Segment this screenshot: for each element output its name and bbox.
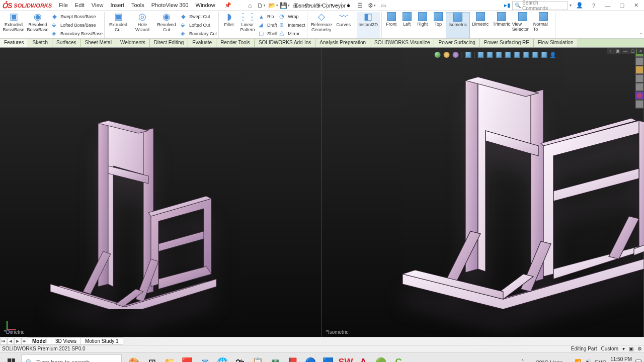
view-isometric-button[interactable]: Isometric bbox=[446, 12, 470, 38]
instant3d-button[interactable]: ◧Instant3D bbox=[357, 12, 380, 38]
vp-close-icon[interactable]: ✕ bbox=[637, 48, 644, 54]
menu-view[interactable]: View bbox=[89, 1, 107, 10]
status-tool1-icon[interactable]: ▣ bbox=[629, 346, 633, 351]
vp-restore-icon[interactable]: ▫ bbox=[607, 48, 614, 54]
mirror-button[interactable]: ⧋Mirror bbox=[279, 29, 305, 38]
vp-maximize-icon[interactable]: ▢ bbox=[629, 48, 636, 54]
taskpane-custom-props-icon[interactable] bbox=[635, 100, 643, 108]
lofted-cut-button[interactable]: ⬙Lofted Cut bbox=[181, 21, 217, 29]
tab-nav-first-icon[interactable]: ⏮ bbox=[0, 338, 7, 345]
view-normal-to-button[interactable]: Normal To bbox=[533, 12, 553, 38]
widgets-icon[interactable]: 🎨 bbox=[126, 354, 143, 363]
store-icon[interactable]: 🛍 bbox=[231, 354, 249, 363]
vp-cascade-icon[interactable]: ▣ bbox=[614, 48, 621, 54]
tab-power-surfacing[interactable]: Power Surfacing bbox=[434, 39, 479, 47]
view-triad-icon[interactable] bbox=[4, 318, 19, 333]
new-icon[interactable]: 🗋 bbox=[256, 1, 267, 10]
autocad-icon[interactable]: A bbox=[355, 354, 372, 363]
menu-photoview[interactable]: PhotoView 360 bbox=[148, 1, 192, 10]
display-icon[interactable]: ▭ bbox=[378, 1, 389, 10]
taskpane-design-library-icon[interactable] bbox=[635, 66, 643, 74]
weather-icon[interactable]: ☁ bbox=[527, 359, 533, 362]
extruded-cut-button[interactable]: ▣Extruded Cut bbox=[106, 12, 130, 38]
app-icon-3[interactable]: 📕 bbox=[284, 354, 301, 363]
view-selector-button[interactable]: View Selector bbox=[512, 12, 533, 38]
camtasia-icon[interactable]: C bbox=[390, 354, 407, 363]
tab-surfaces[interactable]: Surfaces bbox=[52, 39, 80, 47]
taskpane-resources-icon[interactable] bbox=[635, 57, 643, 65]
menu-edit[interactable]: Edit bbox=[72, 1, 88, 10]
taskbar-search-input[interactable]: 🔍 Type here to search bbox=[21, 354, 122, 363]
save-icon[interactable]: 💾 bbox=[279, 1, 290, 10]
wifi-icon[interactable]: 📶 bbox=[575, 359, 582, 362]
options-list-icon[interactable]: ☰ bbox=[355, 1, 366, 10]
onedrive-icon[interactable]: ☁ bbox=[566, 359, 572, 362]
edge-icon[interactable]: 🌐 bbox=[214, 354, 231, 363]
taskpane-file-explorer-icon[interactable] bbox=[635, 74, 643, 82]
search-commands-input[interactable]: Search Commands bbox=[512, 1, 568, 10]
view-left-button[interactable]: Left bbox=[399, 12, 415, 38]
fillet-button[interactable]: ◗Fillet bbox=[220, 12, 237, 38]
solidworks-task-icon[interactable]: SW bbox=[337, 354, 354, 363]
status-units[interactable]: Custom bbox=[601, 346, 618, 351]
tab-analysis-prep[interactable]: Analysis Preparation bbox=[315, 39, 370, 47]
status-chevron-icon[interactable]: ▾ bbox=[622, 346, 625, 351]
bottom-tab-3dviews[interactable]: 3D Views bbox=[51, 337, 81, 345]
tab-flow-simulation[interactable]: Flow Simulation bbox=[534, 39, 578, 47]
tab-evaluate[interactable]: Evaluate bbox=[188, 39, 216, 47]
swept-cut-button[interactable]: 🟆Swept Cut bbox=[181, 12, 217, 21]
intersect-button[interactable]: ⊗Intersect bbox=[279, 21, 305, 29]
vp-minimize-icon[interactable]: — bbox=[622, 48, 629, 54]
taskpane-view-palette-icon[interactable] bbox=[635, 83, 643, 91]
weather-text[interactable]: 29°C Haze bbox=[536, 359, 562, 363]
boundary-boss-button[interactable]: ◈Boundary Boss/Base bbox=[52, 29, 103, 38]
tab-nav-prev-icon[interactable]: ◀ bbox=[7, 338, 14, 345]
chrome-icon[interactable]: 🔵 bbox=[302, 354, 319, 363]
tab-render-tools[interactable]: Render Tools bbox=[216, 39, 255, 47]
menu-pin-icon[interactable]: 📌 bbox=[221, 1, 234, 10]
start-button[interactable] bbox=[2, 354, 20, 363]
user-icon[interactable]: 👤 bbox=[574, 1, 586, 10]
notifications-icon[interactable]: 💬 bbox=[635, 359, 642, 362]
tab-direct-editing[interactable]: Direct Editing bbox=[150, 39, 188, 47]
tray-chevron-icon[interactable]: ˄ bbox=[521, 359, 524, 362]
language-icon[interactable]: ENG bbox=[595, 359, 607, 363]
tab-features[interactable]: Features bbox=[0, 39, 28, 47]
rib-button[interactable]: ▲Rib bbox=[259, 12, 277, 21]
curves-button[interactable]: 〰Curves bbox=[334, 12, 353, 38]
bottom-tab-motion[interactable]: Motion Study 1 bbox=[80, 337, 123, 345]
bottom-tab-model[interactable]: Model bbox=[28, 337, 51, 345]
linear-pattern-button[interactable]: ⋮⋮Linear Pattern bbox=[237, 12, 258, 38]
lofted-boss-button[interactable]: ⬙Lofted Boss/Base bbox=[52, 21, 103, 29]
minimize-button[interactable]: — bbox=[602, 1, 614, 10]
view-dimetric-button[interactable]: Dimetric bbox=[470, 12, 491, 38]
revolved-cut-button[interactable]: ◉Revolved Cut bbox=[154, 12, 179, 38]
menu-window[interactable]: Window bbox=[193, 1, 218, 10]
taskpane-appearances-icon[interactable] bbox=[635, 92, 643, 100]
mail-icon[interactable]: ✉ bbox=[196, 354, 213, 363]
swept-boss-button[interactable]: 🟆Swept Boss/Base bbox=[52, 12, 103, 21]
close-button[interactable]: ✕ bbox=[630, 1, 642, 10]
excel-icon[interactable]: ▦ bbox=[267, 354, 284, 363]
home-icon[interactable]: ⌂ bbox=[245, 1, 256, 10]
tab-nav-next-icon[interactable]: ▶ bbox=[14, 338, 21, 345]
shell-button[interactable]: ▢Shell bbox=[259, 29, 277, 38]
app-icon-4[interactable]: 🟦 bbox=[319, 354, 337, 363]
volume-icon[interactable]: 🔊 bbox=[585, 359, 592, 362]
tab-sw-visualize[interactable]: SOLIDWORKS Visualize bbox=[370, 39, 434, 47]
taskbar-clock[interactable]: 11:50 PM 7/10/2022 bbox=[610, 356, 632, 363]
tab-sheet-metal[interactable]: Sheet Metal bbox=[81, 39, 116, 47]
app-icon-1[interactable]: 🟥 bbox=[179, 354, 196, 363]
draft-button[interactable]: ◢Draft bbox=[259, 21, 277, 29]
ribbon-collapse-icon[interactable]: ˆ bbox=[640, 33, 642, 38]
cloud-icon[interactable]: ▸▮ bbox=[504, 2, 510, 9]
explorer-icon[interactable]: 📁 bbox=[161, 354, 178, 363]
app-icon-2[interactable]: 📋 bbox=[249, 354, 266, 363]
viewport-isometric[interactable]: 👤 bbox=[322, 48, 644, 337]
view-right-button[interactable]: Right bbox=[415, 12, 431, 38]
tab-weldments[interactable]: Weldments bbox=[116, 39, 150, 47]
menu-insert[interactable]: Insert bbox=[107, 1, 127, 10]
task-view-icon[interactable]: ⊞ bbox=[143, 354, 160, 363]
reference-geometry-button[interactable]: ◇Reference Geometry bbox=[309, 12, 334, 38]
open-icon[interactable]: 📂 bbox=[268, 1, 279, 10]
